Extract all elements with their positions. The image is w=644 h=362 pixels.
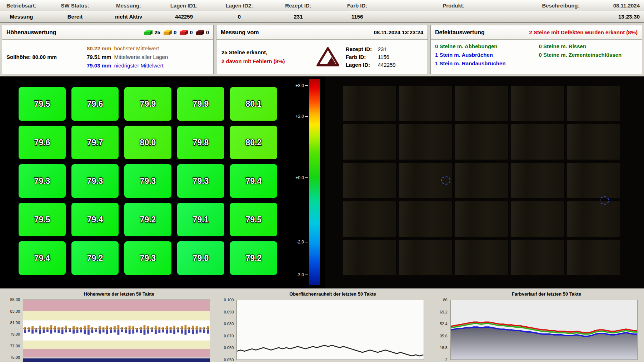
height-panel-body: Sollhöhe: 80.00 mm 80.22 mmhöchster Mitt… — [2, 40, 213, 74]
detection-summary: 25 Steine erkannt, 2 davon mit Fehlern (… — [221, 48, 310, 66]
chart-bottom-strip — [23, 358, 210, 362]
chart-title: Farbverlauf der letzten 50 Takte — [429, 291, 643, 300]
color-scale-tick: +0.0 — [295, 175, 308, 180]
header-label-betriebsart: Betriebsart: — [0, 2, 43, 9]
header-value-farb-id: 1156 — [336, 14, 379, 20]
summary-panels: Höhenauswertung 25000 Sollhöhe: 80.00 mm… — [0, 23, 644, 76]
y-tick-label: 0.100 — [224, 298, 234, 302]
defect-stat: 1 Stein m. Randausbrüchen — [435, 60, 534, 66]
defect-summary: 2 Steine mit Defekten wurden erkannt (8%… — [529, 29, 638, 35]
stone-counter-value: 0 — [174, 29, 176, 35]
camera-stone — [511, 86, 564, 121]
header-label-sw-status: SW Status: — [43, 2, 107, 9]
y-tick-label: 81.00 — [10, 321, 20, 325]
target-height: Sollhöhe: 80.00 mm — [6, 54, 87, 60]
camera-stone — [455, 240, 508, 275]
measurement-id-value: 442259 — [378, 62, 423, 68]
y-tick-label: 52.4 — [440, 322, 447, 326]
stone-counter-value: 0 — [190, 29, 193, 35]
camera-stone — [567, 240, 620, 275]
defect-evaluation-panel: Defektauswertung 2 Steine mit Defekten w… — [430, 25, 642, 74]
target-height-label: Sollhöhe: — [6, 54, 31, 60]
measurement-timestamp: 08.11.2024 13:23:24 — [374, 29, 423, 35]
defect-panel-body: 0 Steine m. Abhebungen1 Stein m. Ausbrüc… — [431, 40, 642, 74]
defect-panel-header: Defektauswertung 2 Steine mit Defekten w… — [431, 25, 642, 40]
trend-charts: Höhenwerte der letzten 50 Takte85.0083.0… — [0, 288, 644, 362]
defect-stat: 1 Stein m. Ausbrüchen — [435, 52, 534, 58]
header-label-lagen-id2: Lagen ID2: — [218, 2, 261, 9]
y-tick-label: 86 — [443, 298, 447, 302]
height-map-stone: 79.6 — [19, 126, 66, 159]
height-map-stone: 79.7 — [71, 126, 119, 159]
camera-stone — [343, 124, 396, 160]
camera-stone — [567, 124, 620, 160]
brick-warning-icon — [163, 30, 172, 35]
height-map-stone: 79.4 — [19, 241, 66, 275]
height-map-stone: 79.4 — [230, 164, 277, 198]
target-height-value: 80.00 mm — [33, 54, 57, 60]
y-tick-label: 0.050 — [224, 358, 234, 362]
chart-y-axis: 0.1000.0900.0800.0700.0600.050 — [215, 300, 236, 360]
height-stat-label: niedrigster Mittelwert — [114, 62, 168, 69]
stone-counters: 25000 — [144, 29, 209, 35]
measurement-ids: Rezept ID:231Farb ID:1156Lagen ID:442259 — [346, 46, 423, 68]
camera-stone — [511, 240, 564, 275]
defect-panel-title: Defektauswertung — [435, 29, 485, 36]
height-stat-value: 79.03 mm — [87, 62, 111, 69]
camera-stone — [399, 240, 452, 275]
camera-stone — [343, 240, 396, 275]
chart-y-axis: 8669.252.435.618.82 — [429, 300, 450, 360]
height-map-stone: 79.3 — [124, 241, 171, 275]
chart-plot-area — [236, 300, 424, 360]
height-map-stone: 79.9 — [177, 87, 224, 121]
measurement-panel-header: Messung vom 08.11.2024 13:23:24 — [216, 25, 428, 40]
camera-stone — [343, 86, 396, 121]
status-header: Betriebsart:SW Status:Messung:Lagen ID1:… — [0, 0, 644, 23]
color-scale-tick: -2.0 — [296, 240, 308, 245]
y-tick-label: 18.8 — [440, 346, 447, 350]
height-map-stone: 79.1 — [177, 203, 224, 236]
chart-plot-row: 0.1000.0900.0800.0700.0600.050 — [215, 300, 429, 360]
height-panel-header: Höhenauswertung 25000 — [2, 25, 213, 40]
stone-counter-ok: 25 — [144, 29, 160, 35]
y-tick-label: 83.00 — [10, 309, 20, 313]
brick-critical-icon — [195, 30, 205, 35]
header-label-rezept-id: Rezept ID: — [261, 2, 336, 9]
chart-title: Oberflächenrauheit der letzten 50 Takte — [215, 291, 429, 300]
header-values-row: MessungBereitnicht Aktiv4422590231115613… — [0, 11, 644, 22]
camera-stone — [343, 201, 396, 237]
stone-counter-value: 0 — [206, 29, 209, 35]
app-root: Betriebsart:SW Status:Messung:Lagen ID1:… — [0, 0, 644, 362]
stone-counter-warning: 0 — [163, 29, 176, 35]
height-map-stone: 79.8 — [177, 126, 224, 159]
height-stat-label: Mittelwerte aller Lagen — [114, 54, 168, 60]
header-label-beschreibung: Beschreibung: — [529, 2, 593, 9]
y-tick-label: 0.070 — [224, 334, 234, 338]
chart-hoehenwerte: Höhenwerte der letzten 50 Takte85.0083.0… — [1, 291, 215, 362]
color-scale-tick: -3.0 — [296, 272, 308, 277]
height-map-grid: 79.579.679.979.980.179.679.780.079.880.2… — [19, 87, 293, 275]
chart-plot-area — [450, 300, 638, 360]
header-value-betriebsart: Messung — [0, 14, 43, 20]
brick-error-icon — [179, 30, 188, 35]
y-tick-label: 0.080 — [224, 322, 234, 326]
stone-counter-critical: 0 — [195, 29, 209, 35]
y-tick-label: 85.00 — [10, 297, 20, 302]
height-map-stone: 79.6 — [71, 87, 119, 121]
color-scale-tick: +3.0 — [295, 83, 308, 88]
chart-plot-row: 85.0083.0081.0079.0077.0075.00 — [1, 300, 215, 357]
stone-counter-value: 25 — [154, 29, 160, 35]
height-map-stone: 79.0 — [177, 241, 224, 275]
camera-stone — [567, 201, 620, 237]
chart-plot-row: 8669.252.435.618.82 — [429, 300, 643, 360]
y-tick-label: 75.00 — [10, 355, 20, 360]
y-tick-label: 69.2 — [440, 310, 447, 314]
header-label-produkt: Produkt: — [379, 2, 529, 9]
header-label-farb-id: Farb ID: — [336, 2, 379, 9]
height-map-stone: 79.5 — [19, 203, 66, 236]
camera-stone — [455, 86, 508, 121]
height-map-stone: 79.2 — [71, 241, 119, 275]
header-date: 08.11.2024 — [593, 2, 644, 9]
camera-stone — [455, 124, 508, 160]
measurement-id-label: Farb ID: — [346, 54, 378, 60]
